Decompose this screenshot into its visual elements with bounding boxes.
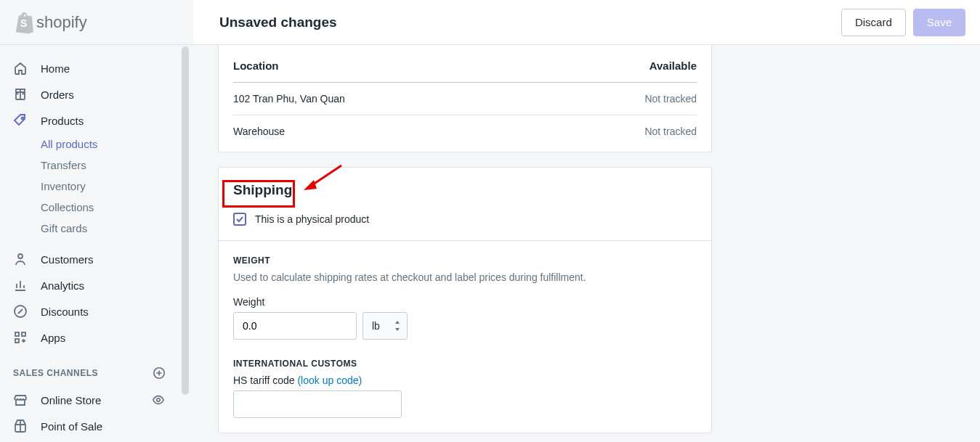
weight-section-title: WEIGHT bbox=[233, 255, 697, 266]
svg-text:S: S bbox=[20, 17, 27, 29]
check-icon bbox=[235, 215, 244, 224]
nav-pos-label: Point of Sale bbox=[41, 420, 102, 433]
nav-home-label: Home bbox=[41, 62, 70, 75]
scrollbar-thumb[interactable] bbox=[182, 46, 189, 395]
nav-apps[interactable]: Apps bbox=[0, 324, 179, 351]
weight-unit-value: lb bbox=[372, 320, 380, 332]
add-channel-icon[interactable] bbox=[153, 367, 166, 380]
hs-code-label: HS tariff code (look up code) bbox=[233, 375, 697, 386]
col-available: Available bbox=[649, 60, 697, 72]
weight-section: WEIGHT Used to calculate shipping rates … bbox=[219, 240, 711, 354]
weight-section-desc: Used to calculate shipping rates at chec… bbox=[233, 271, 697, 283]
subnav-all-products[interactable]: All products bbox=[41, 134, 179, 155]
nav-orders-label: Orders bbox=[41, 89, 74, 101]
shopify-wordmark: shopify bbox=[36, 13, 87, 32]
discard-button[interactable]: Discard bbox=[841, 9, 906, 36]
inv-location: Warehouse bbox=[233, 126, 285, 137]
inventory-row: 102 Tran Phu, Van Quan Not tracked bbox=[233, 83, 697, 115]
subnav-inventory[interactable]: Inventory bbox=[41, 176, 179, 197]
nav-customers-label: Customers bbox=[41, 253, 94, 266]
svg-rect-6 bbox=[15, 339, 19, 343]
svg-rect-5 bbox=[22, 332, 25, 336]
hs-lookup-link[interactable]: (look up code) bbox=[297, 375, 362, 386]
shipping-card: Shipping This is a physical product WEIG… bbox=[218, 167, 712, 433]
products-icon bbox=[13, 113, 28, 128]
nav-apps-label: Apps bbox=[41, 332, 65, 344]
nav-discounts-label: Discounts bbox=[41, 306, 89, 318]
subnav-gift-cards[interactable]: Gift cards bbox=[41, 218, 179, 239]
page-title: Unsaved changes bbox=[219, 15, 337, 30]
sales-channels-label: SALES CHANNELS bbox=[13, 368, 98, 378]
nav-products-label: Products bbox=[41, 115, 84, 127]
sidebar-scrollbar[interactable] bbox=[179, 45, 192, 442]
orders-icon bbox=[13, 87, 28, 102]
inventory-table: Location Available 102 Tran Phu, Van Qua… bbox=[233, 60, 697, 137]
nav-home[interactable]: Home bbox=[0, 55, 179, 81]
nav-point-of-sale[interactable]: Point of Sale bbox=[0, 413, 179, 439]
inventory-row: Warehouse Not tracked bbox=[233, 115, 697, 137]
nav-orders[interactable]: Orders bbox=[0, 81, 179, 107]
discounts-icon bbox=[13, 304, 28, 319]
save-button[interactable]: Save bbox=[913, 9, 965, 36]
topbar-buttons: Discard Save bbox=[841, 9, 965, 36]
col-location: Location bbox=[233, 60, 279, 72]
inventory-card: Location Available 102 Tran Phu, Van Qua… bbox=[218, 45, 712, 152]
nav-products[interactable]: Products bbox=[0, 107, 179, 134]
analytics-icon bbox=[13, 278, 28, 292]
nav-online-store-label: Online Store bbox=[41, 394, 138, 406]
sales-channels-header: SALES CHANNELS bbox=[0, 351, 179, 387]
home-icon bbox=[13, 61, 28, 75]
apps-icon bbox=[13, 330, 28, 345]
inventory-table-header: Location Available bbox=[233, 60, 697, 83]
subnav-transfers[interactable]: Transfers bbox=[41, 155, 179, 176]
hs-code-input[interactable] bbox=[233, 390, 402, 418]
svg-point-1 bbox=[22, 118, 24, 120]
products-subnav: All products Transfers Inventory Collect… bbox=[0, 134, 179, 239]
subnav-collections[interactable]: Collections bbox=[41, 197, 179, 218]
customs-section: INTERNATIONAL CUSTOMS HS tariff code (lo… bbox=[219, 354, 711, 433]
inv-available: Not tracked bbox=[644, 93, 697, 105]
shopify-logo[interactable]: S shopify bbox=[13, 11, 87, 34]
shopify-bag-icon: S bbox=[13, 11, 33, 34]
svg-rect-4 bbox=[15, 332, 19, 336]
nav-online-store[interactable]: Online Store bbox=[0, 387, 179, 413]
pos-icon bbox=[13, 419, 28, 433]
topbar-left: S shopify bbox=[0, 0, 193, 44]
svg-point-8 bbox=[157, 398, 161, 402]
online-store-icon bbox=[13, 393, 28, 407]
nav-analytics-label: Analytics bbox=[41, 279, 84, 292]
weight-input[interactable] bbox=[233, 312, 357, 340]
customs-section-title: INTERNATIONAL CUSTOMS bbox=[233, 359, 697, 369]
nav-customers[interactable]: Customers bbox=[0, 246, 179, 272]
weight-unit-select[interactable]: lb bbox=[363, 312, 408, 340]
topbar-right: Unsaved changes Discard Save bbox=[193, 0, 980, 44]
nav-analytics[interactable]: Analytics bbox=[0, 272, 179, 298]
physical-product-label: This is a physical product bbox=[255, 213, 369, 225]
sidebar: Home Orders Products All products Transf… bbox=[0, 45, 179, 442]
content-area: Location Available 102 Tran Phu, Van Qua… bbox=[192, 45, 980, 442]
customers-icon bbox=[13, 252, 28, 266]
physical-product-checkbox[interactable] bbox=[233, 213, 246, 226]
topbar: S shopify Unsaved changes Discard Save bbox=[0, 0, 980, 45]
view-store-icon[interactable] bbox=[151, 393, 166, 407]
weight-label: Weight bbox=[233, 296, 697, 308]
svg-point-2 bbox=[18, 254, 23, 258]
shipping-title: Shipping bbox=[219, 168, 711, 200]
nav-discounts[interactable]: Discounts bbox=[0, 298, 179, 324]
inv-available: Not tracked bbox=[644, 126, 697, 137]
hs-label-text: HS tariff code bbox=[233, 375, 297, 386]
physical-product-row: This is a physical product bbox=[219, 200, 711, 240]
select-arrows-icon bbox=[394, 321, 401, 331]
inv-location: 102 Tran Phu, Van Quan bbox=[233, 93, 345, 105]
